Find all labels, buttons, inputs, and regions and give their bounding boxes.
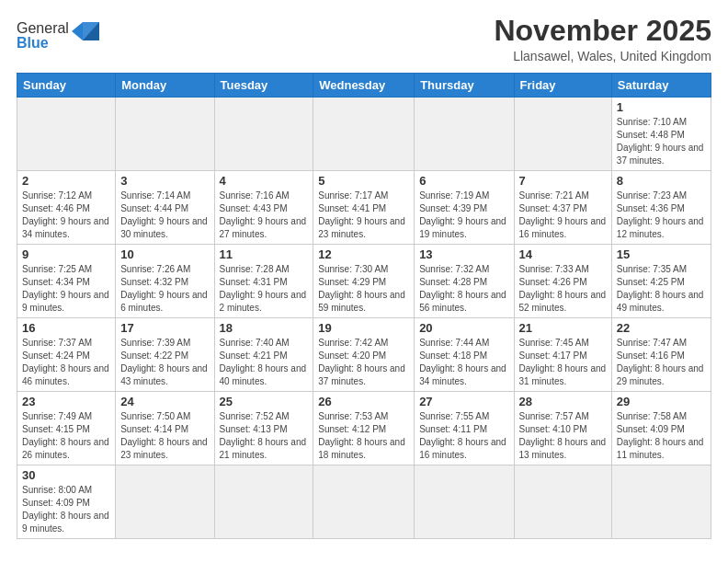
calendar-cell: 3Sunrise: 7:14 AM Sunset: 4:44 PM Daylig… (116, 171, 214, 245)
day-number: 27 (419, 395, 508, 408)
logo-icon: General Blue (17, 15, 99, 53)
day-number: 10 (120, 247, 209, 261)
page: General Blue November 2025 Llansawel, Wa… (0, 0, 728, 563)
day-number: 15 (617, 247, 706, 261)
day-info: Sunrise: 7:32 AM Sunset: 4:28 PM Dayligh… (419, 263, 508, 315)
calendar-cell: 18Sunrise: 7:40 AM Sunset: 4:21 PM Dayli… (214, 318, 313, 392)
calendar-cell (214, 465, 313, 539)
day-number: 16 (22, 321, 110, 335)
calendar-cell: 2Sunrise: 7:12 AM Sunset: 4:46 PM Daylig… (17, 171, 116, 245)
day-number: 21 (519, 321, 607, 335)
calendar-cell (313, 98, 415, 171)
day-number: 4 (220, 174, 309, 188)
day-number: 3 (120, 174, 209, 188)
day-info: Sunrise: 7:12 AM Sunset: 4:46 PM Dayligh… (22, 190, 110, 241)
day-number: 28 (519, 395, 607, 408)
day-info: Sunrise: 7:44 AM Sunset: 4:18 PM Dayligh… (419, 337, 508, 388)
calendar-cell (214, 98, 313, 171)
calendar-cell: 5Sunrise: 7:17 AM Sunset: 4:41 PM Daylig… (313, 171, 415, 245)
calendar-cell: 4Sunrise: 7:16 AM Sunset: 4:43 PM Daylig… (214, 171, 313, 245)
calendar-cell: 28Sunrise: 7:57 AM Sunset: 4:10 PM Dayli… (514, 392, 611, 465)
calendar-week-row: 23Sunrise: 7:49 AM Sunset: 4:15 PM Dayli… (17, 392, 711, 465)
day-info: Sunrise: 7:14 AM Sunset: 4:44 PM Dayligh… (120, 190, 209, 241)
calendar-cell: 20Sunrise: 7:44 AM Sunset: 4:18 PM Dayli… (415, 318, 514, 392)
header-tuesday: Tuesday (214, 74, 313, 98)
day-number: 23 (22, 395, 110, 408)
calendar-cell: 30Sunrise: 8:00 AM Sunset: 4:09 PM Dayli… (17, 465, 116, 539)
day-info: Sunrise: 7:50 AM Sunset: 4:14 PM Dayligh… (120, 410, 209, 462)
day-number: 7 (519, 174, 607, 188)
day-info: Sunrise: 7:58 AM Sunset: 4:09 PM Dayligh… (617, 410, 706, 462)
day-info: Sunrise: 7:10 AM Sunset: 4:48 PM Dayligh… (617, 116, 706, 167)
header-wednesday: Wednesday (313, 74, 415, 98)
day-number: 11 (220, 247, 309, 261)
calendar-cell: 15Sunrise: 7:35 AM Sunset: 4:25 PM Dayli… (611, 245, 711, 318)
calendar-cell: 17Sunrise: 7:39 AM Sunset: 4:22 PM Dayli… (116, 318, 214, 392)
day-info: Sunrise: 7:21 AM Sunset: 4:37 PM Dayligh… (519, 190, 607, 241)
calendar-week-row: 9Sunrise: 7:25 AM Sunset: 4:34 PM Daylig… (17, 245, 711, 318)
calendar-cell: 6Sunrise: 7:19 AM Sunset: 4:39 PM Daylig… (415, 171, 514, 245)
day-number: 22 (617, 321, 706, 335)
day-number: 25 (220, 395, 309, 408)
calendar-cell: 12Sunrise: 7:30 AM Sunset: 4:29 PM Dayli… (313, 245, 415, 318)
header-thursday: Thursday (415, 74, 514, 98)
calendar-cell: 19Sunrise: 7:42 AM Sunset: 4:20 PM Dayli… (313, 318, 415, 392)
calendar-cell: 7Sunrise: 7:21 AM Sunset: 4:37 PM Daylig… (514, 171, 611, 245)
header-friday: Friday (514, 74, 611, 98)
day-number: 12 (318, 247, 409, 261)
calendar-cell (116, 465, 214, 539)
calendar-cell: 22Sunrise: 7:47 AM Sunset: 4:16 PM Dayli… (611, 318, 711, 392)
day-number: 13 (419, 247, 508, 261)
calendar: Sunday Monday Tuesday Wednesday Thursday… (17, 73, 711, 539)
calendar-cell: 24Sunrise: 7:50 AM Sunset: 4:14 PM Dayli… (116, 392, 214, 465)
day-info: Sunrise: 7:57 AM Sunset: 4:10 PM Dayligh… (519, 410, 607, 462)
calendar-cell: 10Sunrise: 7:26 AM Sunset: 4:32 PM Dayli… (116, 245, 214, 318)
title-section: November 2025 Llansawel, Wales, United K… (494, 15, 711, 63)
calendar-week-row: 2Sunrise: 7:12 AM Sunset: 4:46 PM Daylig… (17, 171, 711, 245)
day-number: 26 (318, 395, 409, 408)
logo: General Blue (17, 15, 99, 53)
day-info: Sunrise: 7:28 AM Sunset: 4:31 PM Dayligh… (220, 263, 309, 315)
calendar-cell (415, 98, 514, 171)
calendar-cell: 8Sunrise: 7:23 AM Sunset: 4:36 PM Daylig… (611, 171, 711, 245)
day-number: 14 (519, 247, 607, 261)
calendar-cell (514, 98, 611, 171)
day-info: Sunrise: 7:16 AM Sunset: 4:43 PM Dayligh… (220, 190, 309, 241)
weekday-header-row: Sunday Monday Tuesday Wednesday Thursday… (17, 74, 711, 98)
day-info: Sunrise: 7:45 AM Sunset: 4:17 PM Dayligh… (519, 337, 607, 388)
calendar-cell (611, 465, 711, 539)
svg-text:General: General (17, 20, 69, 36)
day-info: Sunrise: 7:25 AM Sunset: 4:34 PM Dayligh… (22, 263, 110, 315)
day-number: 18 (220, 321, 309, 335)
calendar-cell (17, 98, 116, 171)
header-saturday: Saturday (611, 74, 711, 98)
calendar-cell: 16Sunrise: 7:37 AM Sunset: 4:24 PM Dayli… (17, 318, 116, 392)
calendar-cell: 11Sunrise: 7:28 AM Sunset: 4:31 PM Dayli… (214, 245, 313, 318)
day-number: 5 (318, 174, 409, 188)
day-info: Sunrise: 7:39 AM Sunset: 4:22 PM Dayligh… (120, 337, 209, 388)
day-number: 17 (120, 321, 209, 335)
day-number: 2 (22, 174, 110, 188)
calendar-cell: 27Sunrise: 7:55 AM Sunset: 4:11 PM Dayli… (415, 392, 514, 465)
day-number: 8 (617, 174, 706, 188)
calendar-cell: 21Sunrise: 7:45 AM Sunset: 4:17 PM Dayli… (514, 318, 611, 392)
calendar-cell (313, 465, 415, 539)
calendar-week-row: 1Sunrise: 7:10 AM Sunset: 4:48 PM Daylig… (17, 98, 711, 171)
day-info: Sunrise: 7:26 AM Sunset: 4:32 PM Dayligh… (120, 263, 209, 315)
day-info: Sunrise: 7:42 AM Sunset: 4:20 PM Dayligh… (318, 337, 409, 388)
day-info: Sunrise: 7:23 AM Sunset: 4:36 PM Dayligh… (617, 190, 706, 241)
day-info: Sunrise: 7:55 AM Sunset: 4:11 PM Dayligh… (419, 410, 508, 462)
day-number: 1 (617, 100, 706, 114)
day-info: Sunrise: 7:49 AM Sunset: 4:15 PM Dayligh… (22, 410, 110, 462)
day-info: Sunrise: 7:35 AM Sunset: 4:25 PM Dayligh… (617, 263, 706, 315)
day-info: Sunrise: 7:47 AM Sunset: 4:16 PM Dayligh… (617, 337, 706, 388)
day-info: Sunrise: 7:40 AM Sunset: 4:21 PM Dayligh… (220, 337, 309, 388)
calendar-week-row: 16Sunrise: 7:37 AM Sunset: 4:24 PM Dayli… (17, 318, 711, 392)
day-info: Sunrise: 7:53 AM Sunset: 4:12 PM Dayligh… (318, 410, 409, 462)
header: General Blue November 2025 Llansawel, Wa… (17, 15, 711, 63)
day-number: 6 (419, 174, 508, 188)
calendar-cell (415, 465, 514, 539)
subtitle: Llansawel, Wales, United Kingdom (494, 49, 711, 63)
day-info: Sunrise: 8:00 AM Sunset: 4:09 PM Dayligh… (22, 484, 110, 535)
calendar-cell (116, 98, 214, 171)
